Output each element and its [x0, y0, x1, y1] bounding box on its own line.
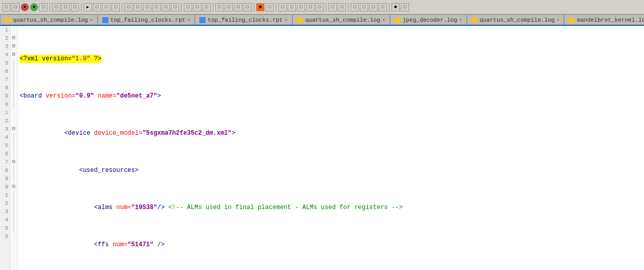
tab-top-failing-clocks-2[interactable]: top_failing_clocks.rpt ✕ — [195, 14, 292, 25]
toolbar-icon-37[interactable]: □ — [369, 3, 378, 11]
toolbar-icon-4[interactable]: ● — [30, 3, 38, 11]
toolbar-icon-11[interactable]: □ — [102, 3, 111, 11]
ffs-tag: <ffs — [94, 241, 109, 249]
toolbar-icon-28[interactable]: □ — [278, 3, 287, 11]
toolbar-sep-3 — [122, 3, 122, 12]
line-num-5: 5 — [0, 59, 8, 67]
toolbar-icon-3[interactable]: ● — [21, 3, 29, 11]
line-num-23: 3 — [0, 208, 8, 216]
board-val-name: "de5net_a7" — [116, 92, 157, 100]
fold-line-5 — [13, 59, 17, 67]
tab-close-2[interactable]: ✕ — [187, 17, 190, 23]
line-num-17: 7 — [0, 158, 8, 166]
board-tag-close: > — [157, 92, 161, 100]
fold-line-14 — [13, 133, 17, 141]
toolbar-icon-30[interactable]: □ — [297, 3, 305, 11]
line-num-1: 1 — [0, 26, 8, 34]
toolbar-icon-14[interactable]: □ — [134, 3, 142, 11]
code-line-2: <board version="0.9" name="de5net_a7" > — [20, 92, 644, 100]
tab-icon-6 — [472, 17, 478, 23]
toolbar-icon-6[interactable]: □ — [52, 3, 60, 11]
toolbar-icon-29[interactable]: □ — [288, 3, 296, 11]
device-attr: device_model= — [90, 129, 143, 137]
toolbar-icon-13[interactable]: □ — [124, 3, 133, 11]
toolbar-icon-1[interactable]: □ — [2, 3, 10, 11]
tab-quartus-sh-compile-2[interactable]: quartus_sh_compile.log ✕ — [292, 14, 390, 25]
toolbar-icon-39[interactable]: ■ — [391, 3, 400, 11]
tab-close-6[interactable]: ✕ — [557, 17, 559, 23]
toolbar-icon-10[interactable]: □ — [93, 3, 101, 11]
line-num-6: 6 — [0, 67, 8, 75]
code-content[interactable]: <?xml version="1.0" ?> <board version="0… — [18, 26, 644, 270]
line-num-10: 0 — [0, 100, 8, 108]
fold-line-8 — [13, 84, 17, 92]
toolbar-icon-12[interactable]: □ — [112, 3, 120, 11]
fold-marker-13[interactable]: ⊟ — [10, 125, 17, 133]
tab-close-5[interactable]: ✕ — [459, 17, 462, 23]
toolbar-icon-35[interactable]: □ — [351, 3, 359, 11]
toolbar-icon-20[interactable]: □ — [193, 3, 201, 11]
toolbar-icon-5[interactable]: □ — [39, 3, 48, 11]
toolbar-icon-24[interactable]: □ — [234, 3, 242, 11]
toolbar-icon-23[interactable]: □ — [225, 3, 233, 11]
toolbar-icon-18[interactable]: □ — [171, 3, 179, 11]
toolbar-icon-7[interactable]: □ — [61, 3, 70, 11]
toolbar-icon-36[interactable]: □ — [360, 3, 368, 11]
fold-line-6 — [13, 67, 17, 75]
tab-top-failing-clocks-1[interactable]: top_failing_clocks.rpt ✕ — [98, 14, 195, 25]
code-line-6: <ffs num="51471" /> — [20, 241, 644, 249]
fold-marker-3[interactable]: ⊟ — [10, 42, 17, 51]
toolbar-icon-2[interactable]: □ — [11, 3, 20, 11]
alms-comment: <!-- ALMs used in final placement - ALMs… — [165, 203, 403, 212]
toolbar-icon-15[interactable]: □ — [143, 3, 151, 11]
fold-line-15 — [13, 141, 17, 150]
fold-marker-4[interactable]: ⊟ — [10, 51, 17, 59]
toolbar-icon-25[interactable]: □ — [243, 3, 252, 11]
toolbar-sep-10 — [389, 3, 389, 12]
fold-marker-20[interactable]: ⊟ — [10, 183, 17, 191]
fold-marker-12 — [10, 117, 17, 125]
fold-line-18 — [13, 166, 17, 174]
xml-decl: <?xml version="1.0" ?> — [20, 55, 101, 63]
fold-line-16 — [13, 150, 17, 158]
tab-label-5: jpeg_decoder.log — [403, 17, 458, 23]
toolbar-icon-9[interactable]: ▶ — [84, 3, 92, 11]
line-num-13: 3 — [0, 125, 8, 133]
fold-marker-17[interactable]: ⊟ — [10, 158, 17, 166]
board-attr-name: name= — [94, 92, 116, 100]
line-num-2: 2 — [0, 34, 8, 42]
fold-line-7 — [13, 75, 17, 84]
toolbar-icon-16[interactable]: □ — [152, 3, 161, 11]
toolbar-icon-40[interactable]: □ — [401, 3, 409, 11]
fold-marker-2[interactable]: ⊟ — [10, 34, 17, 42]
fold-marker-1[interactable] — [10, 26, 17, 34]
line-num-24: 4 — [0, 216, 8, 224]
toolbar-icon-19[interactable]: □ — [184, 3, 192, 11]
toolbar-icon-8[interactable]: □ — [71, 3, 79, 11]
alms-val: "19538" — [131, 203, 157, 212]
board-val-version: "0.9" — [75, 92, 94, 100]
tab-close-1[interactable]: ✕ — [90, 17, 92, 23]
toolbar-icon-21[interactable]: □ — [202, 3, 211, 11]
toolbar-icon-34[interactable]: □ — [338, 3, 346, 11]
tab-close-3[interactable]: ✕ — [285, 17, 288, 23]
toolbar-icon-33[interactable]: □ — [328, 3, 337, 11]
tab-label-2: top_failing_clocks.rpt — [111, 17, 185, 23]
tab-quartus-sh-compile-3[interactable]: quartus_sh_compile.log ✕ — [467, 14, 564, 25]
tab-jpeg-decoder[interactable]: jpeg_decoder.log ✕ — [390, 14, 467, 25]
toolbar-icon-22[interactable]: □ — [215, 3, 224, 11]
toolbar-icon-32[interactable]: □ — [316, 3, 324, 11]
toolbar-icon-38[interactable]: □ — [379, 3, 387, 11]
tab-close-4[interactable]: ✕ — [382, 17, 385, 23]
ffs-close: /> — [153, 241, 165, 249]
tab-mandelbrot-kernel[interactable]: mandelbrot_kernel.log ✕ — [564, 14, 644, 25]
line-numbers: 1 2 3 4 5 6 7 8 9 0 1 2 3 4 5 6 7 8 9 0 … — [0, 26, 10, 270]
toolbar-icon-17[interactable]: □ — [162, 3, 170, 11]
toolbar-icon-31[interactable]: □ — [306, 3, 315, 11]
toolbar-icon-27[interactable]: □ — [265, 3, 274, 11]
code-line-5: <alms num="19538" /> <!-- ALMs used in f… — [20, 203, 644, 212]
tab-quartus-sh-compile-1[interactable]: quartus_sh_compile.log ✕ — [0, 14, 98, 25]
toolbar-icon-26[interactable]: ■ — [256, 3, 264, 11]
line-num-19: 9 — [0, 174, 8, 183]
line-num-3: 3 — [0, 42, 8, 51]
